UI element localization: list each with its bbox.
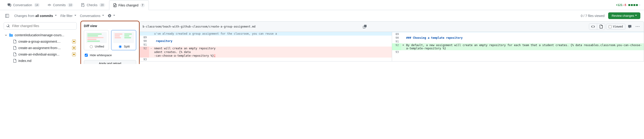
rendered-view-button[interactable] xyxy=(597,24,605,30)
diff-area: Diff view Unified xyxy=(80,21,644,61)
diff-stats: +121 −5 xyxy=(616,3,640,7)
line-number: 90 xyxy=(140,39,149,43)
gear-icon xyxy=(108,14,112,18)
tab-counter: 7 xyxy=(140,3,145,7)
hide-whitespace-label: Hide whitespace xyxy=(90,53,112,57)
split-radio[interactable] xyxy=(119,45,122,48)
filter-files-input[interactable] xyxy=(12,24,74,28)
tab-counter: 10 xyxy=(68,3,73,7)
tab-label: Checks xyxy=(86,3,98,7)
line-number: 92 xyxy=(392,43,401,50)
changes-from-prefix: Changes from xyxy=(14,14,34,18)
code-line: By default, a new assignment will create… xyxy=(405,43,644,50)
tab-checks[interactable]: Checks 20 xyxy=(77,0,109,10)
changes-from-scope: all commits xyxy=(35,14,53,18)
tab-commits[interactable]: Commits 10 xyxy=(44,0,78,10)
comment-on-file-button[interactable] xyxy=(626,24,633,30)
file-tree-toggle-icon[interactable] xyxy=(4,13,10,19)
code-line xyxy=(405,32,644,36)
diff-block-neutral xyxy=(638,4,640,6)
code-line xyxy=(405,50,644,54)
tree-file[interactable]: index.md xyxy=(2,58,78,64)
tree-file[interactable]: create-an-assignment-from-... xyxy=(2,45,78,51)
viewed-toggle[interactable]: Viewed xyxy=(606,24,626,30)
code-line xyxy=(153,43,392,47)
modified-indicator-icon xyxy=(72,52,76,56)
line-number: 89 xyxy=(140,35,149,39)
chevron-down-icon xyxy=(4,34,7,36)
files-viewed-progress: 0 / 7 files viewed xyxy=(581,14,605,18)
code-line xyxy=(153,35,392,39)
file-icon xyxy=(13,40,16,43)
changes-from-dropdown[interactable]: Changes from all commits xyxy=(14,14,57,18)
apply-and-reload-button[interactable]: Apply and reload xyxy=(84,60,136,64)
line-number: 90 xyxy=(392,36,401,40)
conversations-dropdown[interactable]: Conversations xyxy=(80,14,104,18)
diff-settings-dropdown[interactable] xyxy=(108,14,115,18)
hide-whitespace-toggle[interactable]: Hide whitespace xyxy=(84,53,136,57)
viewed-label: Viewed xyxy=(613,25,623,28)
copy-icon xyxy=(363,25,366,28)
tree-folder[interactable]: content/education/manage-cours... xyxy=(2,32,78,38)
viewed-checkbox[interactable] xyxy=(609,25,612,28)
diff-left-column: u've already created a group assignment … xyxy=(140,32,392,61)
folder-name: content/education/manage-cours... xyxy=(15,33,64,37)
diff-block-add xyxy=(631,4,633,6)
diff-right-column: 89 90### Choosing a template repository … xyxy=(392,32,644,61)
kebab-icon xyxy=(636,25,640,28)
source-view-button[interactable] xyxy=(589,24,597,30)
file-path: b-classroom/teach-with-github-classroom/… xyxy=(143,25,360,28)
tab-conversation[interactable]: Conversation 14 xyxy=(4,0,44,10)
tab-counter: 14 xyxy=(34,3,40,7)
file-filter-dropdown[interactable]: File filter xyxy=(60,14,76,18)
pr-tabnav: Conversation 14 Commits 10 Checks 20 Fil… xyxy=(0,0,644,10)
split-preview-icon xyxy=(113,32,134,43)
tree-file[interactable]: create-an-individual-assign... xyxy=(2,51,78,58)
file-name: create-a-group-assignment.... xyxy=(18,40,61,43)
file-icon xyxy=(599,25,603,28)
line-number: 91 xyxy=(392,40,401,43)
line-number: 93 xyxy=(392,50,401,54)
modified-indicator-icon xyxy=(72,46,76,50)
modified-indicator-icon xyxy=(72,40,76,43)
diff-view-unified-option[interactable]: Unified xyxy=(84,30,109,50)
file-actions: Viewed xyxy=(589,23,641,30)
line-number: 91 xyxy=(140,43,149,47)
display-mode-group xyxy=(589,23,605,30)
popover-title: Diff view xyxy=(84,24,136,28)
filter-files-field[interactable] xyxy=(4,22,77,30)
line-number xyxy=(140,54,149,58)
hide-whitespace-checkbox[interactable] xyxy=(85,54,88,57)
tab-counter: 20 xyxy=(99,3,105,7)
unified-preview-icon xyxy=(86,32,107,43)
line-number xyxy=(140,50,149,54)
code-line: nment will create an empty repository xyxy=(153,47,392,50)
diff-content: u've already created a group assignment … xyxy=(140,32,644,61)
tab-files-changed[interactable]: Files changed 7 xyxy=(109,0,149,10)
tree-file[interactable]: create-a-group-assignment.... xyxy=(2,38,78,45)
file-icon xyxy=(13,46,16,50)
unified-radio[interactable] xyxy=(90,45,93,48)
code-line: repository xyxy=(153,39,392,43)
copy-path-button[interactable] xyxy=(361,24,368,30)
search-icon xyxy=(6,24,10,28)
file-tree-sidebar: content/education/manage-cours... create… xyxy=(0,21,80,64)
file-header: b-classroom/teach-with-github-classroom/… xyxy=(140,21,644,32)
comment-discussion-icon xyxy=(8,3,11,7)
review-changes-button[interactable]: Review changes xyxy=(608,12,640,19)
code-icon xyxy=(591,25,595,28)
code-line xyxy=(405,40,644,43)
tab-label: Conversation xyxy=(13,3,32,7)
file-name: create-an-assignment-from-... xyxy=(18,46,61,50)
code-line: -can-choose-a-template-repository %}. xyxy=(153,54,392,58)
diff-toolbar: Changes from all commits File filter Con… xyxy=(0,10,644,21)
code-line: udent creates. {% data xyxy=(153,50,392,54)
git-commit-icon xyxy=(48,3,51,7)
tab-label: Files changed xyxy=(118,3,138,7)
diff-view-split-option[interactable]: Split xyxy=(111,30,136,50)
hunk-header: u've already created a group assignment … xyxy=(153,32,392,35)
checklist-icon xyxy=(81,3,85,7)
diff-view-popover: Diff view Unified xyxy=(80,21,140,64)
file-kebab-button[interactable] xyxy=(634,24,641,30)
code-line xyxy=(153,58,392,61)
